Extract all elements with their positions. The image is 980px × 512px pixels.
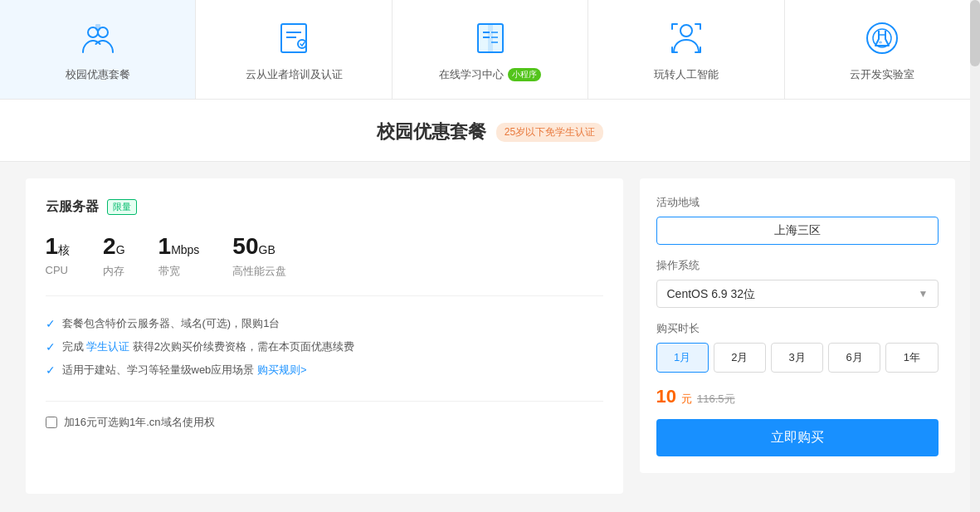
right-panel: 活动地域 操作系统 CentOS 6.9 32位 CentOS 7.4 64位 … (640, 178, 955, 473)
nav-label-lab: 云开发实验室 (850, 67, 914, 82)
hero-title: 校园优惠套餐 25岁以下免学生认证 (377, 119, 603, 144)
limit-badge: 限量 (107, 199, 137, 215)
svg-rect-2 (95, 24, 100, 31)
domain-label: 加16元可选购1年.cn域名使用权 (64, 415, 215, 430)
spec-memory: 2G 内存 (103, 232, 124, 279)
price-current: 10 (656, 386, 676, 407)
nav-item-lab[interactable]: 云开发实验室 (785, 0, 980, 99)
duration-grid: 1月 2月 3月 6月 1年 (656, 343, 939, 373)
features-list: ✓ 套餐包含特价云服务器、域名(可选)，限购1台 ✓ 完成 学生认证 获得2次购… (46, 316, 603, 378)
nav-label-learning: 在线学习中心 小程序 (439, 67, 541, 82)
os-label: 操作系统 (656, 258, 939, 273)
domain-checkbox[interactable] (46, 417, 57, 428)
price-unit: 元 (681, 392, 692, 407)
spec-bandwidth-label: 带宽 (158, 264, 200, 279)
age-badge: 25岁以下免学生认证 (496, 123, 603, 142)
domain-checkbox-row: 加16元可选购1年.cn域名使用权 (46, 401, 603, 443)
lab-icon (861, 17, 903, 59)
scrollbar-thumb[interactable] (970, 0, 980, 66)
nav-item-campus[interactable]: 校园优惠套餐 (0, 0, 196, 99)
nav-label-campus: 校园优惠套餐 (66, 67, 130, 82)
spec-bandwidth: 1Mbps 带宽 (158, 232, 200, 279)
duration-6m[interactable]: 6月 (828, 343, 880, 373)
hero-section: 校园优惠套餐 25岁以下免学生认证 (0, 100, 980, 162)
ai-icon (666, 17, 707, 59)
training-icon (273, 17, 314, 59)
section-header: 云服务器 限量 (46, 198, 603, 216)
os-group: 操作系统 CentOS 6.9 32位 CentOS 7.4 64位 Ubunt… (656, 258, 939, 308)
price-original: 116.5元 (697, 392, 735, 407)
spec-cpu-label: CPU (46, 264, 71, 276)
spec-cpu: 1核 CPU (46, 232, 71, 279)
nav-item-training[interactable]: 云从业者培训及认证 (196, 0, 392, 99)
check-icon-3: ✓ (46, 363, 56, 377)
os-select-wrapper: CentOS 6.9 32位 CentOS 7.4 64位 Ubuntu 16.… (656, 280, 939, 308)
nav-item-learning[interactable]: 在线学习中心 小程序 (392, 0, 588, 99)
learning-icon (470, 17, 511, 59)
svg-point-14 (680, 25, 692, 37)
spec-memory-value: 2G (103, 232, 124, 261)
svg-point-18 (879, 41, 882, 43)
feature-2: ✓ 完成 学生认证 获得2次购买价续费资格，需在本页面优惠续费 (46, 339, 603, 354)
svg-point-6 (298, 40, 306, 48)
specs-row: 1核 CPU 2G 内存 1Mbps 带宽 50GB 高性能云盘 (46, 232, 603, 296)
scrollbar[interactable] (970, 0, 980, 510)
spec-bandwidth-value: 1Mbps (158, 232, 200, 261)
nav-label-training: 云从业者培训及认证 (246, 67, 343, 82)
check-icon-2: ✓ (46, 340, 56, 354)
duration-1m[interactable]: 1月 (656, 343, 709, 373)
spec-cpu-value: 1核 (46, 232, 71, 261)
region-group: 活动地域 (656, 195, 939, 245)
price-row: 10 元 116.5元 (656, 386, 939, 407)
duration-3m[interactable]: 3月 (771, 343, 823, 373)
spec-disk-label: 高性能云盘 (232, 264, 286, 279)
duration-group: 购买时长 1月 2月 3月 6月 1年 (656, 321, 939, 373)
main-content: 云服务器 限量 1核 CPU 2G 内存 1Mbps 带宽 50GB (9, 162, 972, 510)
content-grid: 云服务器 限量 1核 CPU 2G 内存 1Mbps 带宽 50GB (26, 178, 955, 494)
campus-icon (77, 17, 119, 59)
top-nav: 校园优惠套餐 云从业者培训及认证 (0, 0, 980, 100)
region-input[interactable] (656, 217, 939, 245)
buy-button[interactable]: 立即购买 (656, 419, 939, 456)
duration-1y[interactable]: 1年 (885, 343, 938, 373)
spec-disk-value: 50GB (232, 232, 286, 261)
spec-memory-label: 内存 (103, 264, 124, 279)
svg-point-15 (867, 23, 897, 53)
section-title: 云服务器 (46, 198, 99, 216)
student-auth-link[interactable]: 学生认证 (86, 340, 129, 353)
spec-disk: 50GB 高性能云盘 (232, 232, 286, 279)
feature-3: ✓ 适用于建站、学习等轻量级web应用场景 购买规则> (46, 363, 603, 378)
check-icon-1: ✓ (46, 317, 56, 330)
feature-1: ✓ 套餐包含特价云服务器、域名(可选)，限购1台 (46, 316, 603, 331)
nav-item-ai[interactable]: 玩转人工智能 (588, 0, 784, 99)
left-panel: 云服务器 限量 1核 CPU 2G 内存 1Mbps 带宽 50GB (26, 178, 623, 494)
duration-2m[interactable]: 2月 (714, 343, 766, 373)
purchase-rule-link[interactable]: 购买规则> (257, 363, 307, 376)
duration-label: 购买时长 (656, 321, 939, 336)
region-label: 活动地域 (656, 195, 939, 210)
nav-label-ai: 玩转人工智能 (654, 67, 719, 82)
mini-program-badge: 小程序 (508, 68, 541, 81)
os-select[interactable]: CentOS 6.9 32位 CentOS 7.4 64位 Ubuntu 16.… (656, 280, 939, 308)
